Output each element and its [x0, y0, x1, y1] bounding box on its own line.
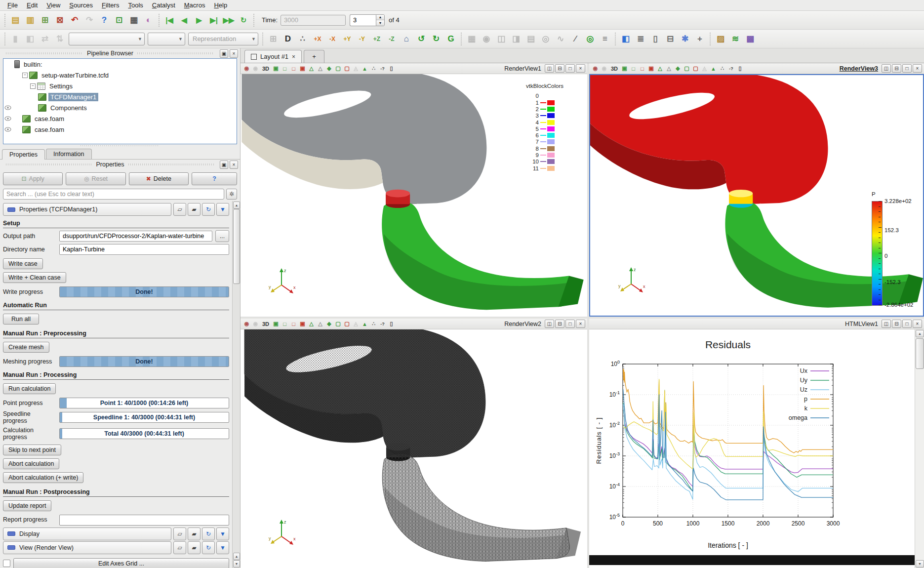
- help-icon[interactable]: ?: [97, 13, 111, 27]
- hover-cells-icon[interactable]: ◬: [352, 64, 360, 73]
- tcfd-report-icon[interactable]: ≋: [728, 32, 742, 46]
- clear-selection-icon[interactable]: ▯: [736, 64, 744, 73]
- visibility-eye-icon[interactable]: [3, 116, 12, 121]
- select-cells-rect-icon[interactable]: □: [281, 320, 289, 328]
- pipeline-item-setup-waterturbine-tcfd[interactable]: −setup-waterTurbine.tcfd: [3, 70, 237, 81]
- toolbar-grip[interactable]: [261, 33, 264, 45]
- axis-plus-x-icon[interactable]: +X: [311, 32, 324, 46]
- menu-filters[interactable]: Filters: [97, 0, 123, 10]
- select-cells-polygon-icon[interactable]: △: [307, 64, 316, 73]
- load-state-icon[interactable]: ⊞: [38, 13, 52, 27]
- link-camera-icon[interactable]: ◉: [600, 64, 608, 73]
- toolbar-grip[interactable]: [614, 33, 617, 45]
- rotate-cw-icon[interactable]: ↻: [429, 32, 443, 46]
- save-defaults-icon[interactable]: ▼: [216, 203, 229, 216]
- select-points-polygon-icon[interactable]: △: [316, 64, 324, 73]
- slice-icon[interactable]: ◨: [509, 32, 523, 46]
- clear-selection-icon[interactable]: ▯: [387, 64, 396, 73]
- time-input[interactable]: [281, 15, 346, 26]
- select-points-polygon-icon[interactable]: △: [316, 320, 324, 328]
- selection-help-icon[interactable]: -?: [378, 64, 387, 73]
- pipeline-item-tcfdmanager1[interactable]: TCFDManager1: [3, 91, 237, 102]
- contour-icon[interactable]: ◎: [539, 32, 553, 46]
- rotate-ccw-icon[interactable]: ↺: [414, 32, 428, 46]
- split-vertical-button[interactable]: ⊟: [892, 64, 901, 73]
- clip-icon[interactable]: ◫: [494, 32, 508, 46]
- scroll-down-icon[interactable]: ▼: [233, 560, 240, 568]
- adjust-camera-icon[interactable]: ◉: [242, 320, 251, 328]
- float-dock-button[interactable]: ▣: [220, 49, 228, 58]
- axes-grid-checkbox[interactable]: [3, 560, 10, 567]
- select-block-icon[interactable]: ◈: [674, 64, 682, 73]
- select-cells-rect-icon[interactable]: □: [281, 64, 289, 73]
- maximize-view-button[interactable]: □: [565, 320, 575, 328]
- open-file-icon[interactable]: ▤: [8, 13, 22, 27]
- save-defaults-icon[interactable]: ▼: [216, 541, 229, 554]
- select-points-rect-icon[interactable]: □: [289, 320, 298, 328]
- close-dock-button[interactable]: ×: [230, 49, 238, 58]
- select-points-rect-icon[interactable]: □: [638, 64, 646, 73]
- search-options-gear-icon[interactable]: ✲: [226, 189, 237, 200]
- loop-icon[interactable]: ↻: [237, 13, 250, 27]
- axis-minus-y-icon[interactable]: -Y: [355, 32, 369, 46]
- axis-plus-z-icon[interactable]: +Z: [370, 32, 384, 46]
- menu-tools[interactable]: Tools: [123, 0, 147, 10]
- color-palette-icon[interactable]: ◐: [142, 13, 156, 27]
- split-horizontal-button[interactable]: ◫: [882, 320, 891, 328]
- play-icon[interactable]: ▶: [192, 13, 206, 27]
- interactive-select-points-icon[interactable]: ▢: [343, 64, 351, 73]
- close-layout-icon[interactable]: ×: [292, 53, 295, 60]
- menu-file[interactable]: File: [3, 0, 22, 10]
- component-combo[interactable]: ▼: [148, 33, 185, 45]
- interactive-select-cells-icon[interactable]: ▢: [683, 64, 691, 73]
- glyph-icon[interactable]: ◉: [480, 32, 493, 46]
- maximize-view-button[interactable]: □: [902, 64, 912, 73]
- abort-calculation-button[interactable]: Abort calculation: [3, 458, 59, 469]
- split-vertical-button[interactable]: ⊟: [555, 64, 564, 73]
- scroll-up-icon[interactable]: ▲: [916, 330, 924, 337]
- axis-minus-z-icon[interactable]: -Z: [385, 32, 399, 46]
- apply-button[interactable]: ⊡Apply: [3, 172, 63, 185]
- paste-icon[interactable]: ▰: [188, 527, 201, 540]
- split-horizontal-button[interactable]: ◫: [545, 64, 554, 73]
- reset-button[interactable]: ◎Reset: [66, 172, 125, 185]
- visibility-eye-icon[interactable]: [3, 127, 12, 132]
- refresh-icon[interactable]: ↻: [202, 527, 215, 540]
- pipeline-item-builtin-[interactable]: builtin:: [3, 59, 237, 70]
- toolbar-grip[interactable]: [460, 33, 463, 45]
- new-layout-tab[interactable]: +: [304, 50, 324, 63]
- dock-handle[interactable]: [128, 163, 215, 165]
- reset-camera-closest-icon[interactable]: G: [444, 32, 458, 46]
- select-block-icon[interactable]: ◈: [325, 320, 333, 328]
- grow-selection-icon[interactable]: ▲: [361, 64, 369, 73]
- rescale-range-icon[interactable]: ≣: [634, 32, 647, 46]
- maximize-view-button[interactable]: □: [902, 320, 912, 328]
- copy-icon[interactable]: ▱: [173, 527, 186, 540]
- render-view-2-viewport[interactable]: zxy: [241, 329, 587, 568]
- link-camera-icon[interactable]: ◉: [251, 64, 260, 73]
- rescale-custom-icon[interactable]: ∴: [296, 32, 310, 46]
- tcfd-run-icon[interactable]: ▩: [743, 32, 757, 46]
- plus-icon[interactable]: +: [693, 32, 707, 46]
- representation-combo[interactable]: Representation▼: [188, 33, 258, 45]
- layout-tab[interactable]: Layout #1 ×: [244, 50, 302, 63]
- select-points-rect-icon[interactable]: □: [289, 64, 298, 73]
- render-view-1-viewport[interactable]: zxyvtkBlockColors01234567891011: [241, 74, 587, 317]
- color-legend-icon[interactable]: ▯: [648, 32, 662, 46]
- directory-name-input[interactable]: [59, 244, 229, 255]
- ruler-icon[interactable]: ∕: [568, 32, 582, 46]
- auto-apply-icon[interactable]: ⊡: [112, 13, 126, 27]
- frame-input[interactable]: [350, 14, 376, 26]
- save-defaults-icon[interactable]: ▼: [216, 527, 229, 540]
- delete-button[interactable]: ✖Delete: [129, 172, 189, 185]
- toolbar-grip[interactable]: [158, 14, 161, 27]
- redo-icon[interactable]: ↷: [82, 13, 96, 27]
- paraview-logo-icon[interactable]: ▮: [8, 32, 22, 46]
- toolbar-grip[interactable]: [709, 33, 712, 45]
- delete-state-icon[interactable]: ⊠: [53, 13, 67, 27]
- previous-frame-icon[interactable]: ◀: [177, 13, 191, 27]
- write-case-button[interactable]: Write case: [3, 258, 43, 269]
- write-clean-case-button[interactable]: Write + Clean case: [3, 272, 66, 283]
- select-points-polygon-icon[interactable]: △: [665, 64, 673, 73]
- adjust-camera-icon[interactable]: ◉: [591, 64, 600, 73]
